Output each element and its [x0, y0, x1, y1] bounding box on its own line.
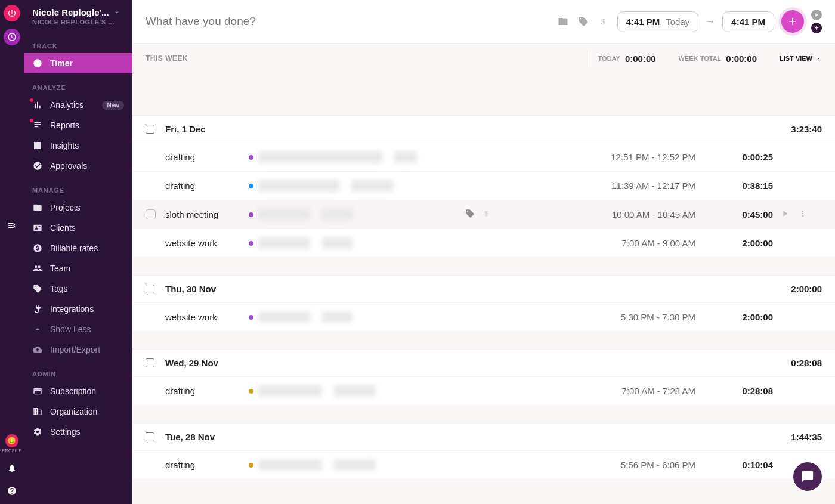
new-badge: New	[102, 101, 124, 110]
sidebar: Nicole Replogle'... NICOLE REPLOGLE'S ..…	[24, 0, 132, 504]
time-entry[interactable]: drafting xxxxxxx xxxxx xxxxxx xxxxxxxxx …	[132, 171, 835, 200]
more-icon[interactable]	[798, 209, 808, 220]
sidebar-item-approvals[interactable]: Approvals	[24, 156, 132, 176]
entry-time-range[interactable]: 12:51 PM - 12:52 PM	[611, 152, 695, 162]
add-entry-button[interactable]	[781, 10, 804, 33]
cloud-icon	[32, 344, 43, 355]
entry-duration[interactable]: 0:10:04	[713, 460, 773, 470]
folder-icon[interactable]	[556, 15, 570, 28]
start-time-picker[interactable]: 4:41 PMToday	[617, 11, 699, 32]
entry-time-range[interactable]: 10:00 AM - 10:45 AM	[612, 209, 695, 219]
timer-rail-icon[interactable]	[4, 29, 20, 45]
day-checkbox[interactable]	[146, 358, 154, 367]
day-checkbox[interactable]	[146, 432, 154, 441]
billable-icon[interactable]: $	[482, 209, 491, 220]
section-admin: ADMIN	[24, 360, 132, 381]
sidebar-item-showless[interactable]: Show Less	[24, 319, 132, 339]
entry-duration[interactable]: 0:45:00	[713, 209, 773, 219]
day-total: 3:23:40	[791, 124, 822, 134]
entry-description[interactable]: drafting	[165, 460, 237, 470]
time-entry[interactable]: drafting xxxxxxxx xxxxxx xxxxxxxxx 7:00 …	[132, 376, 835, 405]
time-entry[interactable]: drafting xxxxxxxx xxxxxx xxxxxxxxx 5:56 …	[132, 450, 835, 479]
play-icon[interactable]	[780, 209, 790, 220]
project-name-redacted: xxxxxxx xxxx xxxx xxxxxxx xxxxxx	[258, 151, 382, 163]
entry-description[interactable]: website work	[165, 238, 237, 248]
sidebar-item-timer[interactable]: Timer	[24, 53, 132, 73]
entry-description[interactable]: drafting	[165, 181, 237, 191]
day-date: Tue, 28 Nov	[165, 432, 215, 442]
sidebar-item-billable[interactable]: Billable rates	[24, 238, 132, 258]
entry-duration[interactable]: 2:00:00	[713, 312, 773, 322]
sidebar-item-organization[interactable]: Organization	[24, 401, 132, 422]
sidebar-item-projects[interactable]: Projects	[24, 197, 132, 218]
day-header: Wed, 29 Nov0:28:08	[132, 349, 835, 376]
tag-icon[interactable]	[577, 15, 590, 28]
entry-duration[interactable]: 0:00:25	[713, 152, 773, 162]
sidebar-item-tags[interactable]: Tags	[24, 279, 132, 299]
chat-fab[interactable]	[793, 462, 822, 491]
entry-duration[interactable]: 0:28:08	[713, 386, 773, 396]
sidebar-item-reports[interactable]: Reports	[24, 115, 132, 135]
chart-icon	[32, 100, 43, 110]
entry-time-range[interactable]: 5:56 PM - 6:06 PM	[621, 460, 695, 470]
power-icon[interactable]	[4, 5, 20, 21]
entry-project[interactable]: xxxxxxxx xxxxxx xxxxxxxxx	[249, 385, 376, 397]
day-date: Fri, 1 Dec	[165, 124, 206, 134]
entry-duration[interactable]: 2:00:00	[713, 238, 773, 248]
help-icon[interactable]	[7, 486, 17, 498]
entry-duration[interactable]: 0:38:15	[713, 181, 773, 191]
play-mode-icon[interactable]	[811, 10, 822, 20]
chevron-down-icon	[815, 55, 822, 62]
sidebar-item-team[interactable]: Team	[24, 258, 132, 279]
view-toggle[interactable]: LIST VIEW	[780, 55, 822, 62]
workspace-selector[interactable]: Nicole Replogle'... NICOLE REPLOGLE'S ..…	[24, 0, 132, 32]
sidebar-item-insights[interactable]: Insights	[24, 135, 132, 156]
entry-project[interactable]: xxxxxxx xxxx xxxxxx	[249, 209, 352, 220]
sidebar-item-subscription[interactable]: Subscription	[24, 381, 132, 401]
day-date: Wed, 29 Nov	[165, 358, 218, 368]
entry-time-range[interactable]: 7:00 AM - 7:28 AM	[622, 386, 695, 396]
profile-avatar[interactable]: 😊 PROFILE	[2, 434, 21, 453]
entry-description[interactable]: drafting	[165, 152, 237, 162]
entry-time-range[interactable]: 5:30 PM - 7:30 PM	[621, 312, 695, 322]
sidebar-item-integrations[interactable]: Integrations	[24, 299, 132, 319]
collapse-icon[interactable]	[7, 221, 17, 233]
entry-description[interactable]: website work	[165, 312, 237, 322]
sidebar-item-import[interactable]: Import/Export	[24, 339, 132, 360]
entry-time-range[interactable]: 7:00 AM - 9:00 AM	[622, 238, 695, 248]
billable-icon[interactable]: $	[597, 15, 610, 28]
check-circle-icon	[32, 160, 43, 171]
bell-icon[interactable]	[7, 463, 17, 475]
day-total: 1:44:35	[791, 432, 822, 442]
entry-project[interactable]: xxxxxxx xxxx xxxxxx	[249, 311, 352, 323]
project-name-redacted: xxxxxxx xxxx	[258, 311, 310, 323]
entry-description[interactable]: drafting	[165, 386, 237, 396]
time-entry[interactable]: sloth meeting xxxxxxx xxxx xxxxxx $ 10:0…	[132, 200, 835, 228]
summary-bar: THIS WEEK TODAY 0:00:00 WEEK TOTAL 0:00:…	[132, 44, 835, 73]
section-manage: MANAGE	[24, 176, 132, 197]
tag-icon[interactable]	[465, 209, 475, 220]
time-entry[interactable]: website work xxxxxxx xxxx xxxxxx 5:30 PM…	[132, 302, 835, 331]
entry-time-range[interactable]: 11:39 AM - 12:17 PM	[611, 181, 695, 191]
topbar: $ 4:41 PMToday → 4:41 PM	[132, 0, 835, 44]
time-entry[interactable]: drafting xxxxxxx xxxx xxxx xxxxxxx xxxxx…	[132, 143, 835, 171]
manual-mode-icon[interactable]	[811, 23, 822, 33]
project-name-redacted: xxxxxxx xxxxx xxxxxx	[258, 180, 339, 191]
time-entry[interactable]: website work xxxxxxx xxxx xxxxxx 7:00 AM…	[132, 228, 835, 257]
sidebar-item-clients[interactable]: Clients	[24, 218, 132, 238]
description-input[interactable]	[146, 15, 549, 28]
day-checkbox[interactable]	[146, 285, 154, 293]
sidebar-item-analytics[interactable]: AnalyticsNew	[24, 95, 132, 115]
entry-project[interactable]: xxxxxxx xxxx xxxx xxxxxxx xxxxxx xxxx	[249, 151, 417, 163]
entry-project[interactable]: xxxxxxx xxxxx xxxxxx xxxxxxxxx	[249, 180, 394, 191]
entry-description[interactable]: sloth meeting	[165, 209, 237, 219]
end-time-picker[interactable]: 4:41 PM	[722, 11, 774, 32]
sidebar-item-settings[interactable]: Settings	[24, 422, 132, 442]
entry-project[interactable]: xxxxxxxx xxxxxx xxxxxxxxx	[249, 459, 376, 471]
day-total: 2:00:00	[791, 284, 822, 294]
section-track: TRACK	[24, 32, 132, 53]
folder-icon	[32, 202, 43, 213]
entries-list: Fri, 1 Dec3:23:40 drafting xxxxxxx xxxx …	[132, 73, 835, 504]
day-checkbox[interactable]	[146, 125, 154, 134]
entry-project[interactable]: xxxxxxx xxxx xxxxxx	[249, 237, 352, 249]
